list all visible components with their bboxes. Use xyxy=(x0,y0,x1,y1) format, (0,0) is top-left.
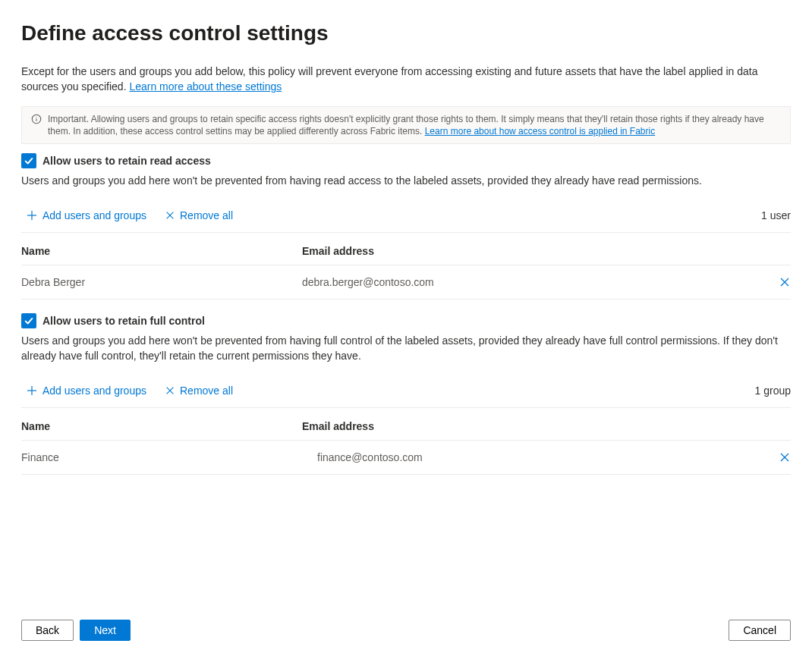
full-row-name: Finance xyxy=(21,451,302,463)
remove-all-read-button[interactable]: Remove all xyxy=(160,206,238,224)
add-users-read-button[interactable]: Add users and groups xyxy=(21,206,151,224)
plus-icon xyxy=(26,385,38,397)
remove-row-full-button[interactable] xyxy=(760,451,791,463)
add-users-full-label: Add users and groups xyxy=(42,385,146,397)
svg-point-2 xyxy=(36,117,36,118)
read-table-header: Name Email address xyxy=(21,233,791,265)
check-icon xyxy=(24,155,34,166)
x-icon xyxy=(165,385,175,396)
remove-all-full-button[interactable]: Remove all xyxy=(160,381,238,400)
remove-row-read-button[interactable] xyxy=(760,276,791,288)
check-icon xyxy=(24,316,34,326)
x-icon xyxy=(779,276,791,288)
read-count: 1 user xyxy=(761,209,791,221)
full-count: 1 group xyxy=(755,385,791,397)
table-row: Debra Berger debra.berger@contoso.com xyxy=(21,265,791,300)
cancel-button[interactable]: Cancel xyxy=(729,620,791,641)
read-action-bar: Add users and groups Remove all 1 user xyxy=(21,206,791,233)
retain-full-label: Allow users to retain full control xyxy=(42,315,205,327)
read-row-email: debra.berger@contoso.com xyxy=(302,276,760,288)
back-button[interactable]: Back xyxy=(21,620,74,641)
read-header-name: Name xyxy=(21,245,302,257)
page-title: Define access control settings xyxy=(21,21,791,46)
plus-icon xyxy=(26,209,38,221)
retain-read-checkbox[interactable] xyxy=(21,153,36,168)
learn-more-fabric-link[interactable]: Learn more about how access control is a… xyxy=(425,126,656,137)
add-users-full-button[interactable]: Add users and groups xyxy=(21,381,151,400)
read-header-email: Email address xyxy=(302,245,760,257)
read-row-name: Debra Berger xyxy=(21,276,302,288)
info-icon xyxy=(31,114,42,124)
full-header-email: Email address xyxy=(302,420,760,432)
table-row: Finance finance@contoso.com xyxy=(21,441,791,475)
full-table-header: Name Email address xyxy=(21,408,791,441)
full-header-name: Name xyxy=(21,420,302,432)
retain-full-checkbox[interactable] xyxy=(21,313,36,328)
remove-all-full-label: Remove all xyxy=(180,385,233,397)
intro-text: Except for the users and groups you add … xyxy=(21,64,791,94)
info-prefix: Important. xyxy=(48,114,91,124)
full-section-desc: Users and groups you add here won't be p… xyxy=(21,333,791,363)
add-users-read-label: Add users and groups xyxy=(42,209,146,221)
x-icon xyxy=(165,210,175,221)
x-icon xyxy=(779,451,791,463)
full-row-email: finance@contoso.com xyxy=(302,451,760,463)
full-action-bar: Add users and groups Remove all 1 group xyxy=(21,381,791,408)
remove-all-read-label: Remove all xyxy=(180,209,233,221)
info-body: Allowing users and groups to retain spec… xyxy=(48,114,764,137)
read-section-desc: Users and groups you add here won't be p… xyxy=(21,173,791,188)
next-button[interactable]: Next xyxy=(80,620,131,641)
footer-bar: Back Next Cancel xyxy=(21,620,791,641)
retain-read-label: Allow users to retain read access xyxy=(42,155,211,167)
info-banner: Important. Allowing users and groups to … xyxy=(21,106,791,144)
learn-more-settings-link[interactable]: Learn more about these settings xyxy=(129,80,282,93)
